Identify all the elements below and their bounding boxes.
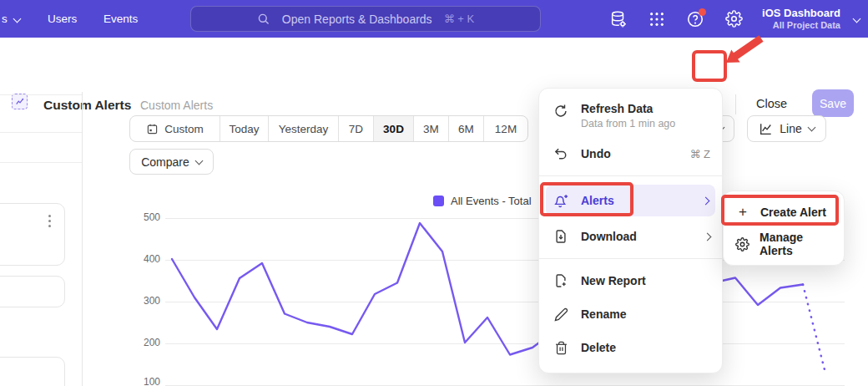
sidebar-card[interactable] (0, 357, 65, 386)
range-7d[interactable]: 7D (339, 116, 374, 141)
refresh-sublabel: Data from 1 min ago (581, 118, 675, 130)
menu-item-download[interactable]: Download (539, 220, 722, 253)
undo-shortcut: ⌘ Z (689, 148, 710, 160)
sidebar-row-divider (0, 94, 82, 95)
range-6m[interactable]: 6M (449, 116, 484, 141)
submenu-item-create-alert[interactable]: + Create Alert (724, 196, 844, 228)
range-custom[interactable]: Custom (130, 116, 220, 141)
chart-legend[interactable]: All Events - Total (433, 195, 532, 207)
search-shortcut: ⌘ + K (444, 13, 475, 25)
y-axis-tick: 400 (134, 253, 160, 265)
file-plus-icon (553, 273, 569, 288)
app-window: s Users Events Open Reports & Dashboards… (0, 0, 868, 386)
trash-icon (553, 341, 569, 355)
calendar-icon (146, 123, 159, 135)
top-nav-bar: s Users Events Open Reports & Dashboards… (0, 0, 868, 38)
data-management-icon[interactable] (608, 9, 628, 29)
nav-item-users[interactable]: Users (48, 0, 77, 38)
y-axis-tick: 300 (134, 295, 160, 307)
alerts-submenu: + Create Alert Manage Alerts (723, 190, 845, 266)
line-chart-icon (759, 122, 773, 136)
menu-item-new-report[interactable]: New Report (539, 264, 722, 297)
submenu-item-manage-alerts[interactable]: Manage Alerts (724, 228, 844, 260)
save-button[interactable]: Save (812, 89, 854, 117)
range-3m[interactable]: 3M (414, 116, 449, 141)
download-file-icon (553, 229, 569, 244)
y-axis-tick: 200 (134, 337, 160, 348)
menu-item-delete[interactable]: Delete (539, 331, 722, 364)
sidebar-divider (82, 92, 83, 386)
project-scope: All Project Data (762, 20, 840, 32)
chevron-down-icon (807, 124, 815, 132)
project-chevron-down-icon (853, 15, 861, 23)
chevron-right-icon (704, 232, 712, 241)
y-axis-tick: 500 (134, 211, 160, 223)
sidebar-row-divider (0, 132, 82, 133)
alert-bell-plus-icon (553, 193, 569, 209)
pencil-icon (553, 307, 569, 322)
apps-grid-icon[interactable] (647, 9, 667, 29)
project-name: iOS Dashboard (762, 7, 840, 20)
menu-divider (539, 175, 722, 176)
range-12m[interactable]: 12M (484, 116, 527, 141)
sidebar-card[interactable] (0, 276, 65, 307)
chart-type-button[interactable]: Line (747, 115, 826, 142)
range-today[interactable]: Today (220, 116, 269, 141)
kebab-menu-icon[interactable] (48, 215, 51, 227)
nav-item-events[interactable]: Events (103, 0, 138, 38)
menu-item-rename[interactable]: Rename (539, 297, 722, 331)
chevron-down-icon (194, 156, 203, 165)
settings-gear-icon[interactable] (724, 9, 744, 29)
chevron-right-icon (702, 196, 710, 205)
close-button[interactable]: Close (756, 97, 787, 110)
nav-partial-label: s (2, 13, 8, 25)
notification-dot (699, 8, 706, 16)
header-divider (735, 94, 736, 114)
menu-item-undo[interactable]: Undo ⌘ Z (539, 137, 722, 170)
nav-right-group: iOS Dashboard All Project Data (608, 0, 860, 38)
legend-swatch (433, 196, 444, 206)
help-icon[interactable] (685, 9, 705, 29)
undo-icon (553, 146, 569, 161)
menu-item-refresh-data[interactable]: Refresh Data Data from 1 min ago (539, 95, 722, 137)
range-yesterday[interactable]: Yesterday (269, 116, 339, 141)
plus-icon: + (735, 204, 750, 221)
sidebar-card[interactable] (0, 203, 65, 266)
project-switcher[interactable]: iOS Dashboard All Project Data (762, 7, 840, 32)
menu-divider (539, 258, 722, 259)
report-header-bar: Custom Alerts Custom Alerts GV Duplicate… (0, 38, 868, 90)
range-30d-selected[interactable]: 30D (374, 116, 414, 141)
breadcrumb[interactable]: Custom Alerts (140, 99, 213, 112)
search-icon (257, 13, 270, 26)
menu-item-alerts[interactable]: Alerts (546, 185, 715, 216)
legend-label: All Events - Total (451, 195, 532, 207)
nav-item-partial[interactable]: s (2, 0, 20, 38)
refresh-icon (553, 104, 569, 119)
gear-icon (735, 237, 749, 251)
sidebar-row-divider (0, 162, 82, 163)
compare-button[interactable]: Compare (129, 149, 214, 175)
report-chart-icon (12, 94, 28, 109)
y-axis-tick: 100 (134, 376, 160, 386)
chart-series-dotted (803, 285, 825, 373)
date-range-segmented-control: Custom Today Yesterday 7D 30D 3M 6M 12M (129, 115, 528, 142)
page-title: Custom Alerts (43, 98, 131, 113)
chevron-down-icon (13, 15, 21, 23)
global-search[interactable]: Open Reports & Dashboards ⌘ + K (190, 6, 541, 32)
overflow-menu: Refresh Data Data from 1 min ago Undo ⌘ … (538, 88, 723, 373)
search-placeholder: Open Reports & Dashboards (282, 13, 432, 26)
